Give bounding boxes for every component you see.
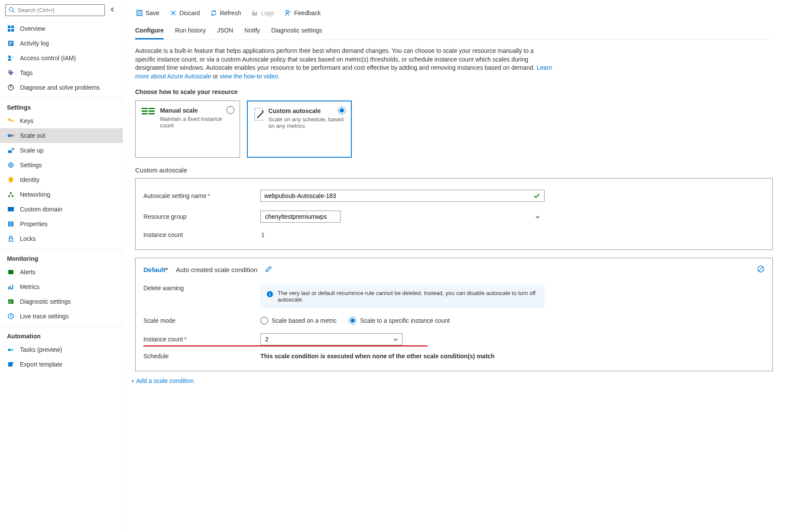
- nav-tags[interactable]: Tags: [0, 65, 123, 80]
- nav-label: Live trace settings: [20, 313, 69, 320]
- nav-overview[interactable]: Overview: [0, 21, 123, 36]
- svg-rect-47: [255, 13, 256, 16]
- nav-label: Identity: [20, 176, 39, 183]
- nav-tasks[interactable]: Tasks (preview): [0, 342, 123, 357]
- nav-live-trace[interactable]: Live trace settings: [0, 309, 123, 324]
- save-button[interactable]: Save: [135, 8, 160, 18]
- feedback-button[interactable]: Feedback: [284, 8, 321, 18]
- tab-diagnostic-settings[interactable]: Diagnostic settings: [271, 23, 322, 39]
- svg-line-1: [13, 11, 14, 13]
- svg-rect-14: [10, 85, 12, 86]
- svg-rect-4: [8, 29, 10, 32]
- radio-metric[interactable]: Scale based on a metric: [260, 317, 337, 324]
- autoscale-form: Autoscale setting name* Resource group c…: [135, 178, 773, 250]
- svg-rect-34: [10, 285, 10, 289]
- svg-rect-5: [11, 29, 14, 32]
- nav-settings[interactable]: Settings: [0, 158, 123, 172]
- live-trace-icon: [7, 312, 15, 320]
- manual-scale-card[interactable]: Manual scale Maintain a fixed instance c…: [135, 101, 240, 158]
- nav-keys[interactable]: Keys: [0, 114, 123, 128]
- nav-access-control[interactable]: Access control (IAM): [0, 51, 123, 65]
- nav-diagnostic-settings[interactable]: Diagnostic settings: [0, 294, 123, 309]
- nav-label: Locks: [20, 235, 36, 242]
- nav-export-template[interactable]: Export template: [0, 357, 123, 372]
- svg-text:i: i: [269, 292, 270, 297]
- logs-icon: [251, 10, 258, 16]
- svg-point-49: [286, 10, 289, 13]
- locks-icon: [7, 235, 15, 243]
- nav-custom-domain[interactable]: Custom domain: [0, 202, 123, 217]
- svg-rect-56: [255, 108, 263, 120]
- custom-autoscale-icon: [254, 107, 263, 121]
- scale-out-icon: [7, 132, 15, 139]
- nav-label: Tags: [20, 69, 33, 76]
- nav-label: Scale up: [20, 147, 43, 154]
- nav-section-automation: Automation: [0, 326, 123, 342]
- scale-mode-label: Scale mode: [143, 317, 260, 324]
- tags-icon: [7, 69, 15, 77]
- nav-locks[interactable]: Locks: [0, 231, 123, 246]
- tab-notify[interactable]: Notify: [244, 23, 260, 39]
- svg-rect-2: [8, 26, 10, 28]
- discard-button[interactable]: Discard: [169, 8, 201, 18]
- delete-warning-label: Delete warning: [143, 285, 260, 292]
- refresh-button[interactable]: Refresh: [209, 8, 242, 18]
- collapse-sidebar-icon[interactable]: [110, 6, 116, 14]
- keys-icon: [7, 117, 15, 125]
- svg-rect-40: [11, 349, 13, 351]
- resource-group-label: Resource group: [143, 213, 260, 220]
- svg-rect-7: [9, 42, 13, 42]
- disable-icon[interactable]: [757, 265, 765, 274]
- scale-condition-panel: Default* Auto created scale condition De…: [135, 258, 773, 371]
- nav-diagnose[interactable]: Diagnose and solve problems: [0, 80, 123, 95]
- svg-rect-29: [10, 221, 12, 227]
- tab-configure[interactable]: Configure: [135, 23, 164, 39]
- edit-icon[interactable]: [265, 266, 272, 274]
- nav-scale-up[interactable]: Scale up: [0, 143, 123, 158]
- howto-video-link[interactable]: view the how-to video: [220, 73, 278, 80]
- nav-activity-log[interactable]: Activity log: [0, 36, 123, 51]
- nav-section-monitoring: Monitoring: [0, 249, 123, 265]
- gear-icon: [7, 161, 15, 169]
- svg-point-11: [12, 57, 13, 58]
- sidebar: Overview Activity log Access control (IA…: [0, 0, 123, 532]
- info-icon: i: [266, 291, 273, 298]
- save-icon: [136, 10, 143, 16]
- resource-group-select[interactable]: chenyltestpremiumwps: [260, 211, 341, 223]
- nav-properties[interactable]: Properties: [0, 217, 123, 231]
- svg-rect-17: [13, 121, 13, 122]
- svg-rect-18: [8, 134, 10, 137]
- nav-scale-out[interactable]: Scale out: [0, 128, 123, 143]
- setting-name-input[interactable]: [260, 190, 545, 202]
- nav-label: Networking: [20, 191, 50, 198]
- nav-networking[interactable]: Networking: [0, 187, 123, 202]
- svg-rect-36: [12, 285, 13, 289]
- scale-options: Manual scale Maintain a fixed instance c…: [135, 101, 773, 158]
- svg-rect-39: [8, 349, 10, 351]
- scale-up-icon: [7, 146, 15, 154]
- tab-json[interactable]: JSON: [217, 23, 233, 39]
- cond-instance-count-input[interactable]: [260, 333, 402, 345]
- metrics-icon: [7, 283, 15, 291]
- nav-label: Diagnostic settings: [20, 298, 71, 305]
- nav-label: Export template: [20, 361, 62, 368]
- activity-log-icon: [7, 39, 15, 47]
- add-scale-condition-link[interactable]: + Add a scale condition: [131, 377, 773, 384]
- nav-alerts[interactable]: Alerts: [0, 265, 123, 279]
- default-label: Default*: [143, 266, 168, 273]
- search-input[interactable]: [5, 4, 105, 16]
- tab-run-history[interactable]: Run history: [175, 23, 206, 39]
- nav-metrics[interactable]: Metrics: [0, 279, 123, 294]
- nav-identity[interactable]: Identity: [0, 172, 123, 187]
- svg-rect-16: [10, 120, 13, 121]
- svg-line-58: [759, 267, 763, 271]
- toolbar: Save Discard Refresh Logs Feedback: [135, 8, 773, 18]
- properties-icon: [7, 220, 15, 228]
- svg-rect-52: [142, 110, 148, 112]
- radio-specific[interactable]: Scale to a specific instance count: [349, 317, 450, 324]
- description: Autoscale is a built-in feature that hel…: [135, 47, 555, 81]
- feedback-icon: [285, 10, 292, 16]
- manual-scale-icon: [142, 107, 155, 117]
- nav-label: Properties: [20, 221, 48, 227]
- custom-autoscale-card[interactable]: Custom autoscale Scale on any schedule, …: [247, 101, 352, 158]
